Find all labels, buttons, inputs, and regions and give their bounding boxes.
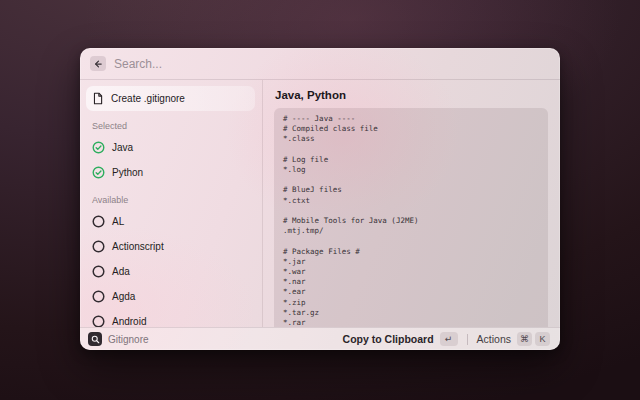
- actions-label: Actions: [477, 333, 511, 345]
- detail-title: Java, Python: [275, 89, 548, 101]
- gitignore-code: # ---- Java ---- # Compiled class file *…: [283, 114, 539, 327]
- command-key-icon: ⌘: [517, 332, 532, 346]
- sidebar-item-ada[interactable]: Ada: [86, 259, 255, 284]
- sidebar-item-android[interactable]: Android: [86, 309, 255, 327]
- content-area: Create .gitignore Selected Java: [80, 80, 560, 327]
- sidebar-item-actionscript[interactable]: Actionscript: [86, 234, 255, 259]
- search-input[interactable]: [114, 57, 550, 71]
- extension-name: Gitignore: [108, 334, 149, 345]
- empty-circle-icon: [92, 315, 105, 327]
- sidebar-item-python[interactable]: Python: [86, 160, 255, 185]
- create-gitignore-label: Create .gitignore: [111, 93, 185, 104]
- back-button[interactable]: [90, 56, 106, 71]
- sidebar-item-label: Agda: [112, 291, 135, 302]
- sidebar-item-label: Android: [112, 316, 146, 327]
- sidebar-item-al[interactable]: AL: [86, 209, 255, 234]
- sidebar-item-label: AL: [112, 216, 124, 227]
- copy-to-clipboard-button[interactable]: Copy to Clipboard ↵: [343, 332, 458, 346]
- enter-key-icon: ↵: [440, 332, 458, 346]
- gitignore-app-icon: [88, 332, 102, 346]
- sidebar-item-label: Java: [112, 142, 133, 153]
- empty-circle-icon: [92, 215, 105, 228]
- footer-actions: Copy to Clipboard ↵ Actions ⌘ K: [343, 332, 550, 346]
- launcher-window: Create .gitignore Selected Java: [80, 48, 560, 350]
- sidebar-item-java[interactable]: Java: [86, 135, 255, 160]
- sidebar-item-create-gitignore[interactable]: Create .gitignore: [86, 86, 255, 111]
- extension-chip: Gitignore: [88, 332, 149, 346]
- check-circle-icon: [92, 166, 105, 179]
- action-bar: Gitignore Copy to Clipboard ↵ Actions ⌘ …: [80, 327, 560, 350]
- footer-divider: [467, 334, 468, 345]
- k-key: K: [535, 332, 550, 346]
- search-bar: [80, 48, 560, 80]
- section-title-available: Available: [92, 194, 255, 206]
- empty-circle-icon: [92, 290, 105, 303]
- sidebar-item-label: Ada: [112, 266, 130, 277]
- document-icon: [92, 92, 104, 105]
- sidebar-item-agda[interactable]: Agda: [86, 284, 255, 309]
- actions-button[interactable]: Actions ⌘ K: [477, 332, 550, 346]
- section-title-selected: Selected: [92, 120, 255, 132]
- gitignore-preview[interactable]: # ---- Java ---- # Compiled class file *…: [274, 108, 548, 327]
- desktop-background: Create .gitignore Selected Java: [0, 0, 640, 400]
- detail-panel: Java, Python # ---- Java ---- # Compiled…: [263, 80, 560, 327]
- empty-circle-icon: [92, 265, 105, 278]
- check-circle-icon: [92, 141, 105, 154]
- sidebar: Create .gitignore Selected Java: [80, 80, 263, 327]
- actions-shortcut: ⌘ K: [517, 332, 550, 346]
- sidebar-item-label: Actionscript: [112, 241, 164, 252]
- sidebar-item-label: Python: [112, 167, 143, 178]
- empty-circle-icon: [92, 240, 105, 253]
- arrow-left-icon: [93, 59, 103, 69]
- copy-to-clipboard-label: Copy to Clipboard: [343, 333, 434, 345]
